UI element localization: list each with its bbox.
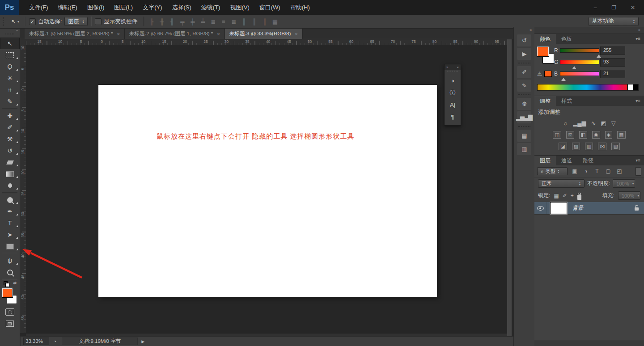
lock-position-icon[interactable]: + — [571, 193, 574, 199]
history-icon[interactable]: ↺ — [517, 34, 531, 46]
smart-object-filter-icon[interactable]: ◰ — [615, 168, 623, 174]
toolbar-collapse-icon[interactable]: » — [0, 29, 20, 34]
color-spectrum-bar[interactable] — [537, 84, 627, 91]
close-icon[interactable]: × — [457, 65, 459, 69]
brush-panel-icon[interactable]: ✐ — [517, 66, 531, 78]
channel-slider[interactable] — [560, 48, 599, 53]
rectangle-tool[interactable] — [0, 241, 20, 252]
shape-layer-filter-icon[interactable]: ▢ — [604, 168, 612, 174]
vibrance-icon[interactable]: ▽ — [611, 120, 616, 127]
brush-presets-icon[interactable]: ✎ — [517, 80, 531, 92]
distribute-right-icon[interactable]: ║ — [260, 18, 269, 25]
foreground-color-swatch[interactable] — [2, 288, 13, 297]
panel-tab[interactable]: 色板 — [556, 34, 577, 44]
curves-icon[interactable]: ∿ — [591, 120, 596, 127]
options-grip[interactable] — [3, 17, 6, 26]
hand-tool[interactable]: ψ — [0, 255, 20, 266]
channel-value-field[interactable]: 255 — [600, 46, 625, 55]
align-right-icon[interactable]: ╢ — [168, 18, 176, 25]
brush-tool[interactable]: ✐ — [0, 122, 20, 133]
channel-slider[interactable] — [560, 72, 599, 76]
canvas[interactable]: 鼠标放在这里右键点下会打开 隐藏的工具 选择椭圆形形状工具 — [98, 85, 437, 297]
quick-selection-tool[interactable]: ✳ — [0, 72, 20, 84]
move-tool[interactable]: ↖ — [0, 38, 20, 49]
maximize-button[interactable]: ❐ — [609, 4, 619, 11]
menu-item[interactable]: 编辑(E) — [53, 0, 82, 15]
screen-mode-button[interactable] — [0, 318, 20, 329]
document-tab[interactable]: 未标题-1 @ 56.9% (图层 2, RGB/8) * × — [25, 29, 125, 39]
menu-item[interactable]: 图像(I) — [82, 0, 109, 15]
expand-panel-icon[interactable]: » — [446, 65, 448, 69]
channel-value-field[interactable]: 93 — [600, 58, 625, 67]
menu-item[interactable]: 图层(L) — [109, 0, 138, 15]
panel-tab[interactable]: 图层 — [534, 156, 556, 165]
actions-icon[interactable]: ▶ — [517, 48, 531, 60]
rectangular-marquee-tool[interactable] — [0, 49, 20, 61]
pixel-layer-filter-icon[interactable]: ▣ — [571, 168, 579, 174]
menu-item[interactable]: 滤镜(T) — [196, 0, 225, 15]
document-tab[interactable]: 未标题-3 @ 33.3%(RGB/8) × — [225, 29, 303, 39]
fill-dropdown[interactable]: 100%▾ — [618, 191, 640, 200]
collapse-panels-icon[interactable]: » — [534, 27, 644, 34]
distribute-top-icon[interactable]: ≣ — [209, 18, 217, 25]
threshold-icon[interactable]: ▥ — [585, 143, 593, 150]
invert-icon[interactable]: ◪ — [559, 143, 567, 150]
layer-filter-dropdown[interactable]: ⌕ 类型 — [537, 167, 568, 175]
gradient-tool[interactable] — [0, 168, 20, 180]
layer-list-empty-area[interactable] — [534, 215, 644, 340]
selective-color-icon[interactable]: ⋈ — [598, 143, 606, 150]
menu-item[interactable]: 帮助(H) — [285, 0, 315, 15]
gamut-color-swatch[interactable] — [544, 71, 552, 77]
paragraph-icon[interactable]: ¶ — [445, 111, 461, 123]
slider-thumb-icon[interactable] — [561, 78, 566, 81]
black-swatch[interactable] — [633, 84, 639, 91]
panel-menu-icon[interactable]: ▾≡ — [636, 34, 644, 44]
levels-icon[interactable]: ▂▄▆ — [573, 120, 586, 127]
history-brush-tool[interactable]: ↺ — [0, 145, 20, 156]
dodge-tool[interactable] — [0, 194, 20, 206]
workspace-dropdown[interactable]: 基本功能 — [589, 17, 639, 26]
crop-tool[interactable]: ⌗ — [0, 84, 20, 96]
clone-stamp-tool[interactable]: ⚒ — [0, 133, 20, 145]
navigator-icon[interactable]: ☸ — [517, 98, 531, 110]
gradient-map-icon[interactable]: ▧ — [611, 143, 619, 150]
zoom-level-field[interactable]: 33.33% — [23, 338, 49, 345]
gamut-warning-icon[interactable]: ⚠ — [537, 71, 542, 77]
lock-transparency-icon[interactable]: ▦ — [554, 193, 559, 199]
panel-tab[interactable]: 通道 — [556, 156, 577, 165]
pasteboard[interactable]: 鼠标放在这里右键点下会打开 隐藏的工具 选择椭圆形形状工具 — [26, 45, 507, 333]
align-h-center-icon[interactable]: ╫ — [157, 18, 166, 25]
distribute-h-center-icon[interactable]: ║ — [250, 18, 258, 25]
distribute-bottom-icon[interactable]: ≣ — [229, 18, 238, 25]
menu-item[interactable]: 视图(V) — [225, 0, 254, 15]
vertical-ruler[interactable]: 105051015202530354045505560 — [20, 45, 26, 333]
auto-align-icon[interactable]: ▦ — [271, 18, 279, 25]
minimize-button[interactable]: – — [590, 4, 600, 11]
adjustment-layer-filter-icon[interactable]: ◑ — [582, 168, 590, 174]
layer-thumbnail[interactable] — [550, 202, 567, 214]
toolbar-grip[interactable] — [5, 34, 14, 38]
blur-tool[interactable] — [0, 180, 20, 191]
black-white-icon[interactable]: ◧ — [579, 131, 587, 139]
close-icon[interactable]: × — [117, 31, 119, 37]
close-icon[interactable]: × — [295, 31, 297, 37]
posterize-icon[interactable]: ▨ — [572, 143, 580, 150]
info-icon[interactable]: ⓘ — [445, 87, 461, 99]
channel-mixer-icon[interactable]: ◈ — [605, 131, 612, 139]
character-icon[interactable]: A| — [445, 99, 461, 111]
visibility-toggle[interactable] — [534, 202, 547, 214]
channel-value-field[interactable]: 21 — [600, 70, 625, 78]
color-balance-icon[interactable]: ⚖ — [566, 131, 574, 139]
eyedropper-tool[interactable]: ✎ — [0, 96, 20, 107]
menu-item[interactable]: 选择(S) — [167, 0, 196, 15]
current-tool-button[interactable]: ↖ ▾ — [8, 18, 22, 25]
document-tab[interactable]: 未标题-2 @ 66.7% (图层 1, RGB/8) * × — [125, 29, 225, 39]
layer-comps-icon[interactable]: ▤ — [517, 130, 531, 142]
lasso-tool[interactable]: Ϙ — [0, 61, 20, 72]
paragraph-styles-icon[interactable]: ▥ — [517, 143, 531, 155]
distribute-v-center-icon[interactable]: ≡ — [219, 18, 228, 25]
align-bottom-icon[interactable]: ╧ — [199, 18, 207, 25]
auto-select-checkbox[interactable] — [29, 18, 36, 25]
zoom-tool[interactable] — [0, 266, 20, 278]
eraser-tool[interactable] — [0, 156, 20, 168]
